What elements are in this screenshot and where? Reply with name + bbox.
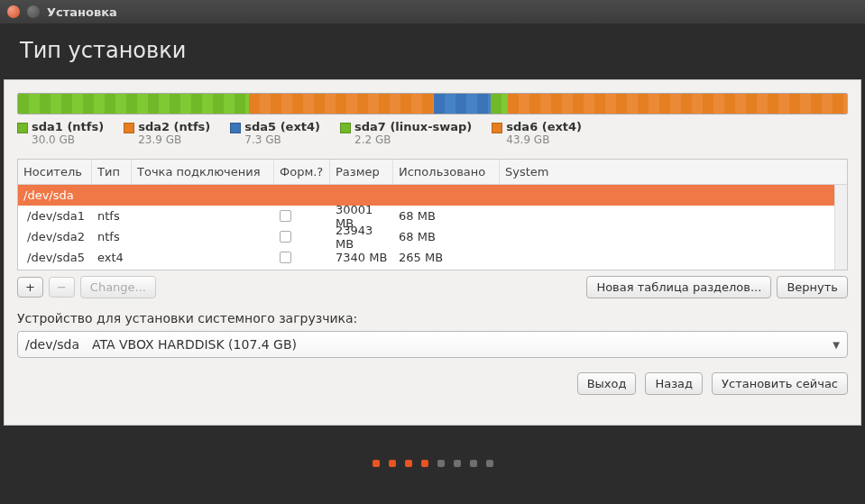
partition-table: Носитель Тип Точка подключения Форм.? Ра… (17, 159, 848, 270)
page-header: Тип установки (0, 23, 865, 79)
legend-label: sda6 (ext4) (506, 120, 582, 133)
legend-swatch (124, 123, 134, 133)
table-row[interactable]: /dev/sda5ext47340 MB265 MB (18, 247, 847, 268)
change-partition-button[interactable]: Change... (80, 276, 156, 298)
legend-item: sda7 (linux-swap)2.2 GB (340, 120, 472, 146)
bootloader-device-desc: ATA VBOX HARDDISK (107.4 GB) (92, 337, 297, 352)
bootloader-device-value: /dev/sda (25, 337, 79, 352)
progress-dot (405, 460, 412, 467)
col-size[interactable]: Размер (330, 160, 393, 184)
window-title: Установка (47, 5, 117, 19)
format-checkbox[interactable] (280, 210, 291, 222)
legend-label: sda7 (linux-swap) (354, 120, 472, 133)
legend-item: sda1 (ntfs)30.0 GB (17, 120, 104, 146)
legend-item: sda6 (ext4)43.9 GB (492, 120, 582, 146)
legend-label: sda1 (ntfs) (32, 120, 104, 133)
col-used[interactable]: Использовано (393, 160, 500, 184)
col-format[interactable]: Форм.? (274, 160, 330, 184)
partition-segment (434, 94, 490, 114)
progress-dot (437, 460, 445, 467)
col-device[interactable]: Носитель (18, 160, 92, 184)
legend-size: 2.2 GB (354, 133, 472, 146)
titlebar: Установка (0, 0, 865, 23)
bootloader-label: Устройство для установки системного загр… (17, 311, 848, 325)
progress-dot (421, 460, 428, 467)
minimize-icon[interactable] (27, 5, 40, 18)
partition-bar (17, 93, 848, 115)
legend-swatch (492, 123, 502, 133)
legend-label: sda2 (ntfs) (138, 120, 210, 133)
legend-size: 43.9 GB (506, 133, 582, 146)
back-button[interactable]: Назад (645, 372, 703, 395)
legend-size: 30.0 GB (32, 133, 104, 146)
close-icon[interactable] (7, 5, 20, 18)
footer-buttons: Выход Назад Установить сейчас (17, 372, 848, 395)
legend-item: sda5 (ext4)7.3 GB (230, 120, 320, 146)
partition-legend: sda1 (ntfs)30.0 GBsda2 (ntfs)23.9 GBsda5… (17, 120, 848, 146)
legend-size: 23.9 GB (138, 133, 210, 146)
content-panel: sda1 (ntfs)30.0 GBsda2 (ntfs)23.9 GBsda5… (4, 79, 861, 426)
remove-partition-button[interactable]: − (49, 277, 75, 298)
table-row[interactable]: /dev/sda (18, 185, 847, 206)
progress-dot (389, 460, 396, 467)
legend-swatch (17, 123, 28, 133)
partition-toolbar: + − Change... Новая таблица разделов... … (17, 276, 848, 298)
quit-button[interactable]: Выход (577, 372, 637, 395)
progress-dot (470, 460, 477, 467)
page-title: Тип установки (20, 38, 845, 63)
chevron-down-icon: ▼ (833, 340, 840, 350)
col-system[interactable]: System (500, 160, 847, 184)
legend-item: sda2 (ntfs)23.9 GB (124, 120, 210, 146)
partition-segment (508, 94, 847, 114)
table-row[interactable]: /dev/sda1ntfs30001 MB68 MB (18, 206, 847, 226)
table-body: /dev/sda/dev/sda1ntfs30001 MB68 MB/dev/s… (18, 185, 847, 270)
legend-swatch (340, 123, 351, 133)
revert-button[interactable]: Вернуть (777, 276, 848, 298)
col-type[interactable]: Тип (92, 160, 132, 184)
table-header: Носитель Тип Точка подключения Форм.? Ра… (18, 160, 847, 185)
progress-dot (373, 460, 380, 467)
progress-dots (0, 460, 865, 467)
partition-segment (18, 94, 249, 114)
add-partition-button[interactable]: + (17, 277, 43, 298)
col-mount[interactable]: Точка подключения (132, 160, 274, 184)
install-now-button[interactable]: Установить сейчас (712, 372, 848, 395)
progress-dot (486, 460, 493, 467)
legend-label: sda5 (ext4) (244, 120, 320, 133)
partition-segment (249, 94, 434, 114)
format-checkbox[interactable] (280, 252, 291, 263)
format-checkbox[interactable] (280, 231, 291, 243)
partition-segment (491, 94, 508, 114)
new-partition-table-button[interactable]: Новая таблица разделов... (586, 276, 771, 298)
table-row[interactable]: /dev/sda2ntfs23943 MB68 MB (18, 226, 847, 247)
bootloader-device-select[interactable]: /dev/sda ATA VBOX HARDDISK (107.4 GB) ▼ (17, 331, 848, 358)
legend-size: 7.3 GB (244, 133, 320, 146)
scrollbar[interactable] (834, 185, 847, 270)
legend-swatch (230, 123, 241, 133)
progress-dot (454, 460, 461, 467)
